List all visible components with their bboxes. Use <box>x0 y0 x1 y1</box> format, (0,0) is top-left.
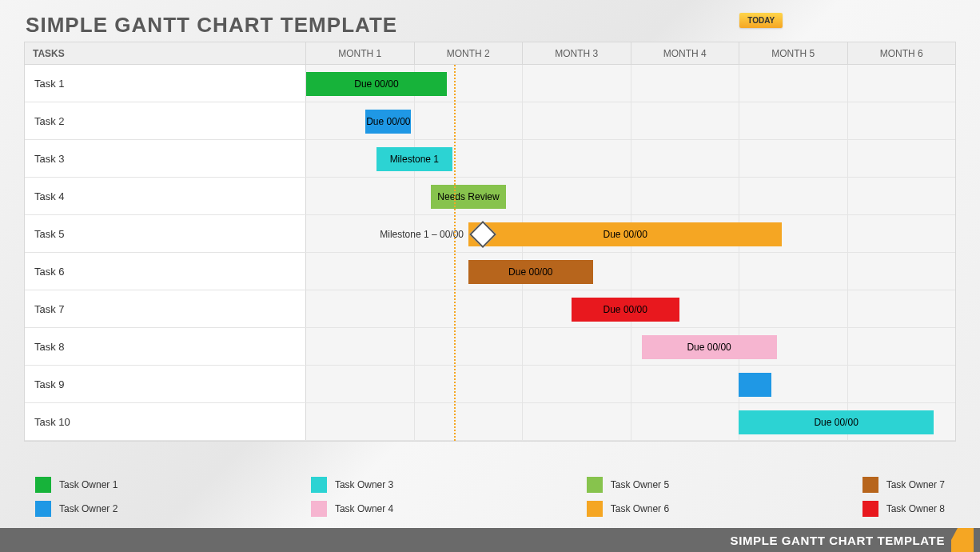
gantt-grid: TASKS MONTH 1 MONTH 2 MONTH 3 MONTH 4 MO… <box>24 42 956 442</box>
gantt-bar-label: Due 00/00 <box>354 78 398 90</box>
gantt-bar-label: Due 00/00 <box>814 417 858 428</box>
gantt-bar[interactable]: Due 00/00 <box>572 298 679 322</box>
gantt-row: Task 9 <box>25 366 955 403</box>
grid-cell <box>739 253 848 290</box>
task-name: Task 2 <box>25 102 306 139</box>
legend-swatch-icon <box>587 501 603 517</box>
gantt-bar[interactable]: Due 00/00 <box>468 222 782 246</box>
legend-item: Task Owner 4 <box>311 501 393 517</box>
grid-cell <box>739 140 848 177</box>
grid-cell <box>631 102 740 139</box>
grid-cell <box>523 366 631 402</box>
legend-label: Task Owner 7 <box>886 479 945 490</box>
grid-cell <box>631 253 740 290</box>
legend-label: Task Owner 4 <box>335 503 393 514</box>
grid-cell <box>848 328 956 365</box>
grid-cell <box>739 102 848 139</box>
grid-cell <box>306 253 415 290</box>
gantt-bar-label: Due 00/00 <box>366 116 410 127</box>
grid-cell <box>848 290 956 327</box>
gantt-bar[interactable]: Due 00/00 <box>642 335 777 359</box>
gantt-bar[interactable]: Due 00/00 <box>739 410 934 434</box>
grid-cell <box>415 328 524 365</box>
today-line <box>454 65 456 441</box>
legend-swatch-icon <box>35 501 51 517</box>
legend-label: Task Owner 5 <box>611 479 669 490</box>
grid-cell <box>848 102 956 139</box>
legend-swatch-icon <box>311 477 327 493</box>
legend-col-1: Task Owner 3Task Owner 4 <box>311 477 393 517</box>
header-month-1: MONTH 1 <box>306 42 415 64</box>
grid-cell <box>848 140 956 177</box>
grid-cell <box>523 328 631 365</box>
gantt-bar-label: Needs Review <box>437 191 499 202</box>
legend-col-0: Task Owner 1Task Owner 2 <box>35 477 118 517</box>
legend: Task Owner 1Task Owner 2 Task Owner 3Tas… <box>35 477 945 517</box>
legend-item: Task Owner 5 <box>587 477 669 493</box>
grid-cell <box>415 102 524 139</box>
gantt-bar-label: Due 00/00 <box>604 229 647 240</box>
grid-cell <box>415 366 524 402</box>
grid-cell <box>848 178 956 214</box>
legend-item: Task Owner 3 <box>311 477 393 493</box>
task-name: Task 8 <box>25 328 306 365</box>
footer-title: SIMPLE GANTT CHART TEMPLATE <box>731 534 945 547</box>
gantt-bar[interactable]: Due 00/00 <box>365 110 411 134</box>
gantt-bar[interactable]: Needs Review <box>431 185 507 209</box>
legend-label: Task Owner 3 <box>335 479 393 490</box>
header-month-5: MONTH 5 <box>739 42 848 64</box>
gantt-row: Task 3 <box>25 140 955 178</box>
grid-cell <box>523 403 631 440</box>
grid-cell <box>631 140 740 177</box>
gantt-bar-label: Milestone 1 <box>390 154 439 165</box>
legend-swatch-icon <box>35 477 51 493</box>
legend-label: Task Owner 2 <box>59 503 118 514</box>
legend-item: Task Owner 7 <box>862 477 945 493</box>
grid-cell <box>631 403 740 440</box>
gantt-bar[interactable]: Milestone 1 <box>376 147 452 171</box>
grid-cell <box>848 215 956 252</box>
grid-cell <box>739 178 848 214</box>
gantt-bar-label: Due 00/00 <box>604 304 647 315</box>
header-tasks: TASKS <box>25 42 306 64</box>
grid-cell <box>415 290 524 327</box>
footer-accent-icon <box>951 528 974 552</box>
legend-item: Task Owner 6 <box>587 501 669 517</box>
gantt-bar[interactable]: Due 00/00 <box>306 72 447 96</box>
grid-cell <box>306 328 415 365</box>
legend-item: Task Owner 1 <box>35 477 118 493</box>
legend-label: Task Owner 1 <box>59 479 118 490</box>
gantt-bar[interactable] <box>739 373 771 397</box>
legend-item: Task Owner 2 <box>35 501 118 517</box>
gantt-header: TASKS MONTH 1 MONTH 2 MONTH 3 MONTH 4 MO… <box>25 42 955 65</box>
task-name: Task 6 <box>25 253 306 290</box>
header-month-4: MONTH 4 <box>631 42 740 64</box>
grid-cell <box>415 403 524 440</box>
gantt-row: Task 2 <box>25 102 955 140</box>
legend-swatch-icon <box>862 501 878 517</box>
task-name: Task 4 <box>25 178 306 214</box>
grid-cell <box>523 140 631 177</box>
gantt-bar[interactable]: Due 00/00 <box>468 260 593 284</box>
grid-cell <box>631 366 740 402</box>
task-name: Task 9 <box>25 366 306 402</box>
grid-cell <box>848 253 956 290</box>
task-name: Task 7 <box>25 290 306 327</box>
legend-swatch-icon <box>587 477 603 493</box>
grid-cell <box>739 290 848 327</box>
gantt-row: Task 8 <box>25 328 955 366</box>
today-badge: TODAY <box>739 13 783 28</box>
gantt-row: Task 7 <box>25 290 955 328</box>
grid-cell <box>848 65 956 102</box>
gantt-row: Task 1 <box>25 65 955 102</box>
task-name: Task 10 <box>25 403 306 440</box>
footer-bar: SIMPLE GANTT CHART TEMPLATE <box>0 528 980 552</box>
grid-cell <box>306 178 415 214</box>
grid-cell <box>306 403 415 440</box>
grid-cell <box>739 65 848 102</box>
grid-cell <box>523 178 631 214</box>
grid-cell <box>306 215 415 252</box>
task-name: Task 1 <box>25 65 306 102</box>
grid-cell <box>631 65 740 102</box>
gantt-rows: Task 1Task 2Task 3Task 4Task 5Task 6Task… <box>25 65 955 441</box>
